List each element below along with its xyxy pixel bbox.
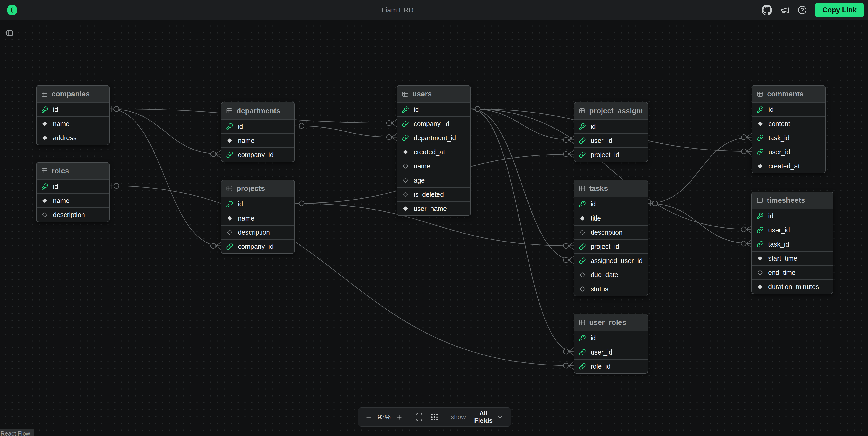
column-row-users-name[interactable]: name xyxy=(397,159,470,173)
filled-diamond-icon xyxy=(42,121,48,127)
table-header-users[interactable]: users xyxy=(397,86,470,102)
table-icon xyxy=(402,91,409,97)
megaphone-icon[interactable] xyxy=(780,5,789,14)
show-fields-dropdown[interactable]: All Fields xyxy=(472,409,504,425)
foreign-key-icon xyxy=(579,151,586,158)
nullable-icon xyxy=(402,177,409,183)
column-row-timesheets-user_id[interactable]: user_id xyxy=(752,223,833,237)
column-row-users-department_id[interactable]: department_id xyxy=(397,131,470,145)
column-row-roles-id[interactable]: id xyxy=(36,179,109,193)
column-row-departments-company_id[interactable]: company_id xyxy=(221,148,294,162)
column-row-comments-created_at[interactable]: created_at xyxy=(752,159,825,173)
github-icon[interactable] xyxy=(762,5,772,15)
copy-link-button[interactable]: Copy Link xyxy=(815,3,864,17)
foreign-key-icon xyxy=(579,137,586,144)
table-node-user_roles[interactable]: user_rolesiduser_idrole_id xyxy=(574,314,648,374)
liam-logo[interactable]: ℓ xyxy=(7,5,17,15)
link-icon xyxy=(579,151,586,158)
fit-view-button[interactable] xyxy=(415,413,424,422)
column-row-users-created_at[interactable]: created_at xyxy=(397,145,470,159)
filled-diamond-icon xyxy=(402,149,408,155)
column-row-timesheets-duration_minutes[interactable]: duration_minutes xyxy=(752,279,833,293)
table-title: roles xyxy=(52,167,69,175)
primary-key-icon xyxy=(756,213,764,219)
help-icon[interactable] xyxy=(798,5,807,14)
erd-canvas[interactable]: companiesidnameaddressrolesidnamedescrip… xyxy=(0,20,868,436)
column-label: id xyxy=(238,123,243,130)
sidebar-toggle-button[interactable] xyxy=(5,28,14,38)
column-label: id xyxy=(769,106,774,114)
column-row-projects-name[interactable]: name xyxy=(221,211,294,225)
column-row-projects-id[interactable]: id xyxy=(221,197,294,211)
tidy-up-button[interactable] xyxy=(430,413,439,422)
not-null-icon xyxy=(756,255,764,261)
table-node-comments[interactable]: commentsidcontenttask_iduser_idcreated_a… xyxy=(751,85,826,174)
column-row-tasks-due_date[interactable]: due_date xyxy=(574,268,648,282)
zoom-in-button[interactable] xyxy=(395,413,403,421)
table-header-comments[interactable]: comments xyxy=(752,86,825,102)
table-node-roles[interactable]: rolesidnamedescription xyxy=(36,162,110,222)
table-node-project_assignments[interactable]: project_assignme...iduser_idproject_id xyxy=(574,102,648,162)
column-row-comments-user_id[interactable]: user_id xyxy=(752,145,825,159)
column-row-comments-task_id[interactable]: task_id xyxy=(752,131,825,145)
column-row-projects-company_id[interactable]: company_id xyxy=(221,239,294,253)
column-row-users-id[interactable]: id xyxy=(397,102,470,117)
column-row-timesheets-id[interactable]: id xyxy=(752,209,833,223)
column-row-companies-name[interactable]: name xyxy=(36,117,109,131)
column-row-departments-name[interactable]: name xyxy=(221,133,294,148)
table-header-companies[interactable]: companies xyxy=(36,86,109,102)
column-row-companies-address[interactable]: address xyxy=(36,131,109,145)
table-node-projects[interactable]: projectsidnamedescriptioncompany_id xyxy=(221,180,295,254)
column-row-user_roles-id[interactable]: id xyxy=(574,331,648,345)
not-null-icon xyxy=(41,135,49,141)
column-row-tasks-assigned_user_id[interactable]: assigned_user_id xyxy=(574,253,648,268)
column-row-comments-content[interactable]: content xyxy=(752,117,825,131)
column-row-user_roles-role_id[interactable]: role_id xyxy=(574,359,648,373)
table-node-timesheets[interactable]: timesheetsiduser_idtask_idstart_timeend_… xyxy=(751,191,833,294)
column-row-users-company_id[interactable]: company_id xyxy=(397,117,470,131)
column-row-timesheets-start_time[interactable]: start_time xyxy=(752,251,833,265)
column-row-roles-description[interactable]: description xyxy=(36,208,109,222)
table-title: tasks xyxy=(589,184,608,193)
column-row-users-age[interactable]: age xyxy=(397,173,470,187)
table-header-projects[interactable]: projects xyxy=(221,180,294,197)
column-row-timesheets-end_time[interactable]: end_time xyxy=(752,265,833,279)
column-row-project_assignments-project_id[interactable]: project_id xyxy=(574,148,648,162)
react-flow-attribution[interactable]: React Flow xyxy=(0,429,34,436)
column-row-tasks-status[interactable]: status xyxy=(574,282,648,296)
foreign-key-icon xyxy=(226,243,233,250)
column-row-comments-id[interactable]: id xyxy=(752,102,825,117)
zoom-out-button[interactable] xyxy=(365,413,373,421)
column-row-tasks-id[interactable]: id xyxy=(574,197,648,211)
column-row-tasks-title[interactable]: title xyxy=(574,211,648,225)
link-icon xyxy=(579,257,586,264)
column-row-project_assignments-user_id[interactable]: user_id xyxy=(574,133,648,148)
table-header-timesheets[interactable]: timesheets xyxy=(752,192,833,209)
column-row-roles-name[interactable]: name xyxy=(36,193,109,208)
table-header-user_roles[interactable]: user_roles xyxy=(574,314,648,331)
column-row-tasks-project_id[interactable]: project_id xyxy=(574,239,648,253)
column-row-companies-id[interactable]: id xyxy=(36,102,109,117)
table-header-tasks[interactable]: tasks xyxy=(574,180,648,197)
column-row-projects-description[interactable]: description xyxy=(221,225,294,239)
table-node-companies[interactable]: companiesidnameaddress xyxy=(36,85,110,145)
table-header-departments[interactable]: departments xyxy=(221,102,294,119)
column-row-timesheets-task_id[interactable]: task_id xyxy=(752,237,833,251)
column-row-users-user_name[interactable]: user_name xyxy=(397,201,470,216)
table-title: departments xyxy=(237,106,280,115)
table-node-tasks[interactable]: tasksidtitledescriptionproject_idassigne… xyxy=(574,180,648,296)
column-row-users-is_deleted[interactable]: is_deleted xyxy=(397,187,470,201)
column-row-departments-id[interactable]: id xyxy=(221,119,294,133)
foreign-key-icon xyxy=(579,243,586,250)
column-row-user_roles-user_id[interactable]: user_id xyxy=(574,345,648,359)
filled-diamond-icon xyxy=(402,206,408,212)
table-header-roles[interactable]: roles xyxy=(36,162,109,179)
outline-diamond-icon xyxy=(580,286,585,292)
table-node-users[interactable]: usersidcompany_iddepartment_idcreated_at… xyxy=(397,85,471,216)
table-header-project_assignments[interactable]: project_assignme... xyxy=(574,102,648,119)
column-row-project_assignments-id[interactable]: id xyxy=(574,119,648,133)
primary-key-icon xyxy=(402,106,409,113)
table-icon xyxy=(579,185,586,192)
table-node-departments[interactable]: departmentsidnamecompany_id xyxy=(221,102,295,162)
column-row-tasks-description[interactable]: description xyxy=(574,225,648,239)
